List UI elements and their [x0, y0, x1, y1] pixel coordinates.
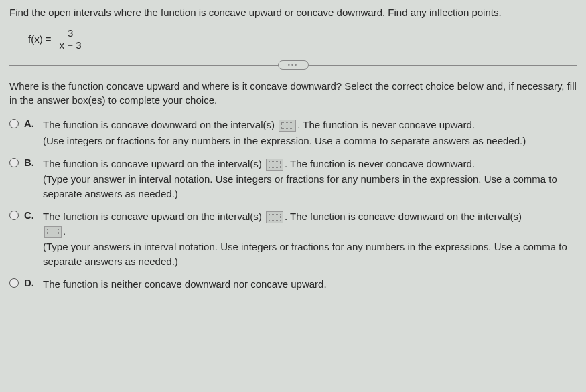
answer-box-a[interactable]	[279, 120, 296, 132]
choice-a-pre: The function is concave downward on the …	[43, 119, 277, 130]
denominator: x − 3	[56, 39, 86, 51]
choice-d-text: The function is neither concave downward…	[43, 278, 327, 290]
choice-a-post: . The function is never concave upward.	[297, 119, 475, 130]
sub-question: Where is the function concave upward and…	[9, 79, 577, 107]
choice-a-letter: A.	[24, 118, 38, 129]
radio-b[interactable]	[9, 158, 19, 167]
choice-d: D. The function is neither concave downw…	[9, 277, 577, 292]
choice-c: C. The function is concave upward on the…	[9, 209, 577, 269]
choice-c-mid: . The function is concave downward on th…	[285, 211, 522, 222]
choice-d-letter: D.	[24, 277, 38, 288]
choice-c-letter: C.	[24, 209, 38, 221]
formula-lhs: f(x) =	[28, 33, 52, 45]
answer-box-c1[interactable]	[266, 211, 283, 223]
choice-c-post: .	[63, 225, 66, 237]
choice-b-pre: The function is concave upward on the in…	[43, 158, 265, 169]
choice-c-pre: The function is concave upward on the in…	[43, 211, 265, 222]
fraction: 3 x − 3	[56, 27, 86, 51]
numerator: 3	[64, 27, 77, 39]
radio-d[interactable]	[9, 278, 19, 288]
choice-b-hint: (Type your answer in interval notation. …	[43, 172, 577, 201]
choice-c-hint: (Type your answers in interval notation.…	[43, 239, 577, 269]
answer-box-c2[interactable]	[44, 226, 62, 238]
choice-a-hint: (Use integers or fractions for any numbe…	[43, 134, 577, 149]
choice-c-body: The function is concave upward on the in…	[43, 209, 577, 269]
radio-a[interactable]	[9, 119, 19, 128]
question-prompt: Find the open intervals where the functi…	[9, 5, 577, 19]
function-definition: f(x) = 3 x − 3	[28, 27, 577, 51]
choice-b-post: . The function is never concave downward…	[285, 158, 475, 169]
choice-a-body: The function is concave downward on the …	[43, 118, 577, 149]
expand-button[interactable]: •••	[278, 60, 309, 70]
answer-box-b[interactable]	[266, 159, 283, 171]
radio-c[interactable]	[9, 211, 19, 220]
choice-d-body: The function is neither concave downward…	[43, 277, 577, 292]
choice-a: A. The function is concave downward on t…	[9, 118, 577, 149]
choice-b-body: The function is concave upward on the in…	[43, 157, 577, 201]
choice-b: B. The function is concave upward on the…	[9, 157, 577, 201]
separator: •••	[9, 60, 577, 70]
choice-b-letter: B.	[24, 157, 38, 168]
